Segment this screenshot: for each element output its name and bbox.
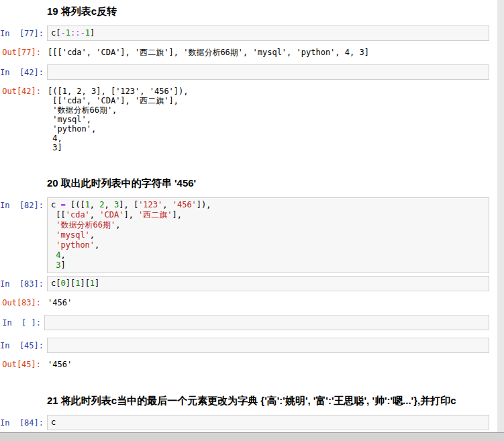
code-line: '数据分析66期', [51,220,485,230]
input-prompt-45: In [45]: [0,338,44,351]
output-cell-77: Out[77]: [[['cda', 'CDA'], '西二旗'], '数据分析… [0,44,504,64]
code-token: ]), [197,200,211,209]
input-prompt-83: In [83]: [0,276,44,289]
code-line: 3] [51,260,485,271]
code-token: c [51,418,56,427]
output-text-42: [([1, 2, 3], ['123', '456']), [['cda', '… [44,87,489,152]
input-prompt-77: In [77]: [0,26,44,39]
input-prompt-84: In [84]: [0,415,44,428]
code-token: 1 [85,28,90,38]
input-prompt-blank: In [ ]: [0,315,42,328]
code-token: ], [172,210,182,219]
input-prompt-42: In [42]: [0,64,44,78]
code-line [51,67,485,77]
code-cell-82: In [82]: c = [([1, 2, 3], ['123', '456']… [0,197,504,273]
code-token: , [115,220,120,230]
code-token: , [162,200,172,209]
code-token: ] [95,279,99,288]
code-line: 'mysql', [51,230,485,240]
code-token: - [60,28,65,38]
input-prompt-82: In [82]: [0,197,44,211]
code-line: c = [([1, 2, 3], ['123', '456']), [51,200,485,210]
output-line: '数据分析66期', [48,105,486,115]
code-line: [['cda', 'CDA'], '西二旗'], [51,210,485,220]
code-cell-83: In [83]: c[0][1][1] [0,276,504,291]
code-token: = [60,200,65,209]
output-line: '456' [48,298,486,307]
code-token: [[ [51,210,66,219]
bottom-scrollbar-track[interactable] [0,432,504,441]
code-token: 0 [60,279,65,288]
code-token: 3 [56,260,60,270]
output-line: 'mysql', [48,115,486,124]
code-cell-77: In [77]: c[-1::-1] [0,26,504,41]
code-input-84[interactable]: c [47,415,489,430]
output-line: 4, [48,134,486,143]
output-text-83: '456' [44,298,489,307]
code-line: c[0][1][1] [51,279,485,289]
code-token: 'cda' [66,210,90,219]
code-input-45[interactable] [47,338,489,353]
code-token: '123' [138,200,162,209]
code-token: '数据分析66期' [56,220,115,230]
code-input-77[interactable]: c[-1::-1] [47,26,489,41]
code-token: 'CDA' [99,210,123,219]
code-token: , [95,240,99,250]
output-prompt-45: Out[45]: [0,360,42,370]
section-heading-21: 21 将此时列表c当中的最后一个元素更改为字典 {'高':'姚明', '富':'… [47,395,489,407]
code-line: c[-1::-1] [51,28,485,38]
output-line: [[['cda', 'CDA'], '西二旗'], '数据分析66期', 'my… [48,48,486,57]
code-token: 1 [90,279,95,288]
code-token: '西二旗' [138,210,172,219]
code-token: ] [61,260,66,270]
code-token: , [90,210,99,219]
output-prompt-42: Out[42]: [0,87,42,97]
code-token: 4 [56,250,60,260]
output-line: 3] [48,143,486,152]
code-token: , [61,250,66,260]
output-text-77: [[['cda', 'CDA'], '西二旗'], '数据分析66期', 'my… [44,48,489,57]
code-input-42[interactable] [47,64,489,80]
code-token: c[ [51,279,60,288]
output-line: 'python', [48,124,486,134]
output-cell-42: Out[42]: [([1, 2, 3], ['123', '456']), [… [0,83,504,159]
code-line: 4, [51,250,485,260]
code-token: c [51,200,60,209]
code-input-82[interactable]: c = [([1, 2, 3], ['123', '456']), [['cda… [47,197,489,273]
output-prompt-83: Out[83]: [0,298,42,308]
code-line: 'python', [51,240,485,250]
code-cell-84: In [84]: c [0,415,504,430]
output-prompt-77: Out[77]: [0,48,42,58]
code-token: 1 [85,200,90,209]
jupyter-notebook-page: 19 将列表c反转 In [77]: c[-1::-1] Out[77]: [[… [0,0,504,441]
code-token: '456' [172,200,197,209]
code-token: 1 [66,28,70,38]
output-line: [([1, 2, 3], ['123', '456']), [48,87,486,96]
code-token: [([ [66,200,85,209]
code-token: c[ [51,28,60,38]
code-token: ] [90,28,95,38]
code-cell-42: In [42]: [0,64,504,80]
output-line: [['cda', 'CDA'], '西二旗'], [48,96,486,105]
code-token: 'mysql' [56,230,90,240]
code-token: :: [70,28,80,38]
code-token: 'python' [56,240,95,250]
code-cell-45: In [45]: [0,338,504,353]
code-token: ], [ [119,200,138,209]
code-token: ], [123,210,138,219]
code-token: ][ [66,279,75,288]
code-cell-blank: In [ ]: [0,315,504,330]
code-token: , [90,230,95,240]
code-token: ][ [80,279,89,288]
section-heading-20: 20 取出此时列表中的字符串 '456' [47,177,489,189]
vertical-scrollbar-track[interactable] [497,0,504,432]
code-line [48,317,485,328]
code-input-blank[interactable] [44,315,489,330]
output-text-45: '456' [44,360,489,369]
code-token: , [90,200,99,209]
code-line: c [51,418,485,428]
section-heading-19: 19 将列表c反转 [47,5,489,17]
output-cell-83: Out[83]: '456' [0,294,504,315]
code-token: - [80,28,85,38]
code-input-83[interactable]: c[0][1][1] [47,276,489,291]
